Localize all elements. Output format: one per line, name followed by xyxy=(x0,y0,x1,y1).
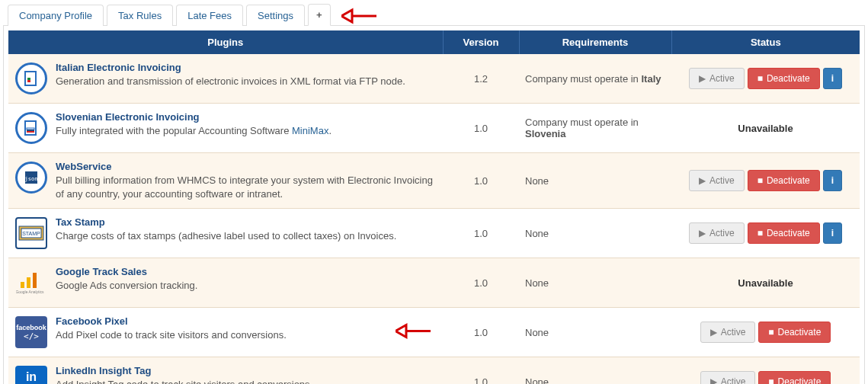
svg-rect-23 xyxy=(27,277,30,288)
plugin-version: 1.0 xyxy=(443,209,519,258)
invoice-si-icon xyxy=(14,111,48,145)
plugin-requirements: None xyxy=(519,258,671,308)
plugins-table: Plugins Version Requirements Status Ital… xyxy=(8,30,860,384)
plugin-version: 1.0 xyxy=(443,104,519,153)
active-button[interactable]: ▶Active xyxy=(700,371,756,384)
plugin-requirements: Company must operate in Slovenia xyxy=(519,104,671,153)
deactivate-button[interactable]: ■Deactivate xyxy=(748,222,820,244)
svg-rect-8 xyxy=(27,128,34,130)
tab-add-new[interactable]: + xyxy=(308,4,331,26)
annotation-arrow-top xyxy=(341,8,375,25)
plugin-version: 1.0 xyxy=(443,308,519,357)
stop-icon: ■ xyxy=(757,228,763,238)
plugin-description: Pull billing information from WHMCS to i… xyxy=(56,174,437,200)
tabs-bar: Company Profile Tax Rules Late Fees Sett… xyxy=(3,3,865,26)
plugin-status: Unavailable xyxy=(671,258,860,308)
info-button[interactable]: i xyxy=(823,68,842,89)
svg-rect-3 xyxy=(27,78,30,80)
google-analytics-icon: Google Analytics xyxy=(14,266,48,299)
stop-icon: ■ xyxy=(757,175,763,186)
plugin-title: Slovenian Electronic Invoicing xyxy=(56,111,437,123)
plugin-description: Google Ads conversion tracking. xyxy=(56,279,437,293)
taxstamp-icon: STAMP xyxy=(14,216,48,250)
table-row: json WebService Pull billing information… xyxy=(8,153,860,209)
plugin-version: 1.2 xyxy=(443,54,519,104)
svg-marker-29 xyxy=(396,325,406,338)
svg-rect-10 xyxy=(27,131,34,133)
svg-marker-1 xyxy=(341,10,352,22)
plugin-status: ▶Active■Deactivatei xyxy=(671,209,860,258)
info-icon: i xyxy=(831,228,834,238)
plugin-description: Add Insight Tag code to track site visit… xyxy=(56,378,437,384)
plugin-status: ▶Active■Deactivatei xyxy=(671,54,860,104)
invoice-it-icon xyxy=(14,62,48,95)
svg-rect-9 xyxy=(27,130,34,131)
table-row: Google Analytics Google Track Sales Goog… xyxy=(8,258,860,308)
play-icon: ▶ xyxy=(699,73,706,84)
plugin-title: LinkedIn Insight Tag xyxy=(56,365,437,376)
stop-icon: ■ xyxy=(768,376,774,384)
play-icon: ▶ xyxy=(710,376,717,384)
plugin-title: Italian Electronic Invoicing xyxy=(56,62,437,73)
svg-rect-24 xyxy=(33,273,37,288)
info-icon: i xyxy=(831,73,834,84)
plugin-version: 1.0 xyxy=(443,258,519,308)
svg-text:json: json xyxy=(25,176,38,182)
plugin-version: 1.0 xyxy=(443,153,519,209)
table-row: in</> LinkedIn Insight Tag Add Insight T… xyxy=(8,357,860,384)
plugin-status: ▶Active■Deactivate xyxy=(671,357,860,384)
plugin-version: 1.0 xyxy=(443,357,519,384)
status-unavailable: Unavailable xyxy=(738,123,793,134)
table-row: facebook</> Facebook Pixel Add Pixel cod… xyxy=(8,308,860,357)
play-icon: ▶ xyxy=(699,175,706,186)
active-button[interactable]: ▶Active xyxy=(700,322,756,343)
deactivate-button[interactable]: ■Deactivate xyxy=(758,322,831,343)
th-plugins: Plugins xyxy=(8,30,443,54)
plugin-requirements: Company must operate in Italy xyxy=(519,54,671,104)
deactivate-button[interactable]: ■Deactivate xyxy=(748,68,820,89)
deactivate-button[interactable]: ■Deactivate xyxy=(758,371,831,384)
annotation-arrow-row xyxy=(396,322,431,343)
play-icon: ▶ xyxy=(710,327,717,338)
plugin-title: WebService xyxy=(56,161,437,172)
plugin-status: ▶Active■Deactivate xyxy=(671,308,860,357)
th-requirements: Requirements xyxy=(519,30,671,54)
tab-company-profile[interactable]: Company Profile xyxy=(8,5,104,26)
table-row: STAMP Tax Stamp Charge costs of tax stam… xyxy=(8,209,860,258)
plugin-status: ▶Active■Deactivatei xyxy=(671,153,860,209)
active-button[interactable]: ▶Active xyxy=(689,68,745,89)
deactivate-button[interactable]: ■Deactivate xyxy=(748,170,820,191)
plugin-status: Unavailable xyxy=(671,104,860,153)
plugin-requirements: None xyxy=(519,209,671,258)
plugins-panel: Plugins Version Requirements Status Ital… xyxy=(3,26,865,384)
plugin-title: Google Track Sales xyxy=(56,266,437,277)
info-button[interactable]: i xyxy=(823,222,842,244)
plugin-description: Fully integrated with the popular Accoun… xyxy=(56,124,437,138)
svg-rect-22 xyxy=(21,282,24,288)
active-button[interactable]: ▶Active xyxy=(689,222,745,244)
plugin-requirements: None xyxy=(519,153,671,209)
minimax-link[interactable]: MiniMax xyxy=(292,125,328,136)
th-version: Version xyxy=(443,30,519,54)
stop-icon: ■ xyxy=(768,327,774,338)
webservice-icon: json xyxy=(14,161,48,194)
plugin-description: Generation and transmission of electroni… xyxy=(56,75,437,88)
svg-text:Google Analytics: Google Analytics xyxy=(16,290,44,294)
info-icon: i xyxy=(831,175,834,186)
active-button[interactable]: ▶Active xyxy=(689,170,745,191)
tab-tax-rules[interactable]: Tax Rules xyxy=(107,5,173,26)
info-button[interactable]: i xyxy=(823,170,842,191)
tab-late-fees[interactable]: Late Fees xyxy=(176,5,243,26)
linkedin-insight-icon: in</> xyxy=(14,365,48,384)
table-row: Slovenian Electronic Invoicing Fully int… xyxy=(8,104,860,153)
plugin-requirements: None xyxy=(519,357,671,384)
tab-settings[interactable]: Settings xyxy=(246,5,305,26)
svg-rect-4 xyxy=(27,80,30,82)
stop-icon: ■ xyxy=(757,73,763,84)
facebook-pixel-icon: facebook</> xyxy=(14,315,48,349)
table-row: Italian Electronic Invoicing Generation … xyxy=(8,54,860,104)
plugin-requirements: None xyxy=(519,308,671,357)
svg-text:STAMP: STAMP xyxy=(22,231,40,236)
play-icon: ▶ xyxy=(699,228,706,238)
plugin-description: Add Pixel code to track site visitors an… xyxy=(56,328,437,342)
